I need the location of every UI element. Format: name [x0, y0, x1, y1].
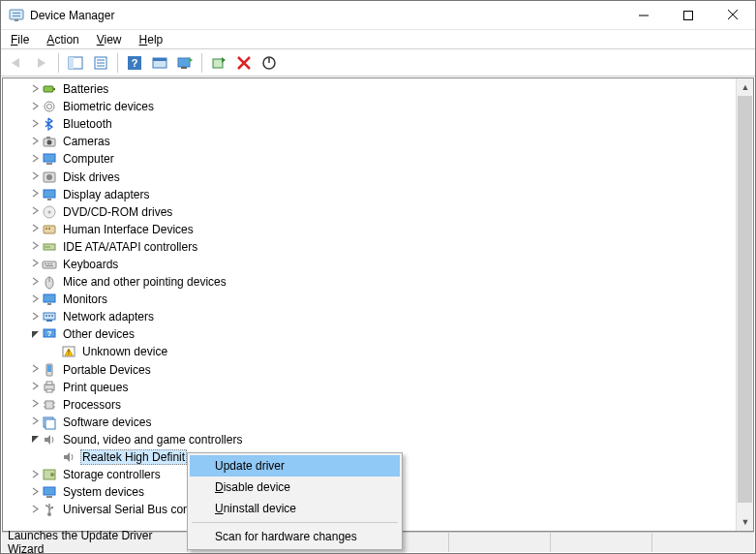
- chevron-right-icon[interactable]: [28, 312, 42, 323]
- chevron-right-icon[interactable]: [28, 119, 42, 130]
- svg-point-58: [48, 315, 50, 317]
- chevron-right-icon[interactable]: [28, 470, 42, 480]
- tree-category[interactable]: Processors: [3, 396, 736, 414]
- tree-category[interactable]: IDE ATA/ATAPI controllers: [3, 238, 736, 256]
- tree-device[interactable]: ›!Unknown device: [3, 343, 736, 360]
- close-button[interactable]: [711, 1, 755, 30]
- chevron-right-icon[interactable]: [28, 206, 42, 217]
- ctx-uninstall-device[interactable]: Uninstall device: [190, 498, 400, 519]
- show-hide-tree-button[interactable]: [64, 52, 87, 74]
- scrollbar-vertical[interactable]: ▲ ▼: [736, 78, 753, 531]
- disc-icon: [42, 204, 57, 220]
- tree-category[interactable]: Sound, video and game controllers: [3, 431, 736, 448]
- status-cell: [449, 533, 551, 552]
- chevron-right-icon[interactable]: [28, 224, 42, 234]
- tree-category[interactable]: Biometric devices: [3, 98, 736, 115]
- chevron-right-icon[interactable]: [28, 84, 42, 95]
- tree-category[interactable]: Software devices: [3, 414, 736, 431]
- scroll-thumb[interactable]: [738, 96, 752, 503]
- ctx-disable-device[interactable]: Disable device: [190, 477, 400, 498]
- maximize-button[interactable]: [666, 1, 711, 30]
- scroll-down-icon[interactable]: ▼: [737, 513, 754, 531]
- monitor-icon: [42, 292, 57, 307]
- tree-category[interactable]: Keyboards: [3, 256, 736, 273]
- chevron-right-icon[interactable]: [28, 259, 42, 269]
- chevron-down-icon[interactable]: [28, 329, 42, 340]
- disable-button[interactable]: [257, 52, 281, 74]
- chevron-right-icon[interactable]: [28, 294, 42, 305]
- properties-button[interactable]: [89, 52, 112, 74]
- tree-category[interactable]: Print queues: [3, 379, 736, 396]
- back-button[interactable]: [5, 52, 28, 74]
- svg-rect-69: [45, 401, 53, 409]
- menu-file[interactable]: File: [7, 32, 33, 47]
- menu-view[interactable]: View: [93, 32, 126, 47]
- update-driver-button[interactable]: [173, 52, 197, 74]
- svg-rect-50: [45, 265, 53, 266]
- help-button[interactable]: ?: [123, 52, 146, 74]
- menu-action[interactable]: Action: [43, 32, 82, 47]
- portable-icon: [42, 362, 57, 378]
- svg-rect-40: [45, 228, 47, 230]
- chevron-right-icon[interactable]: [28, 137, 42, 147]
- chevron-right-icon[interactable]: [28, 416, 42, 427]
- tree-category[interactable]: Portable Devices: [3, 361, 736, 379]
- toolbar-separator: [201, 53, 202, 73]
- tree-category[interactable]: ?Other devices: [3, 325, 736, 343]
- svg-rect-46: [43, 262, 56, 268]
- tree-category-label: Bluetooth: [61, 117, 114, 131]
- tree-category[interactable]: Mice and other pointing devices: [3, 273, 736, 291]
- scan-button[interactable]: [148, 52, 171, 74]
- svg-rect-9: [69, 57, 74, 69]
- svg-rect-19: [181, 67, 187, 69]
- svg-rect-53: [44, 294, 55, 302]
- tree-category[interactable]: Human Interface Devices: [3, 221, 736, 238]
- status-cell: [551, 533, 652, 552]
- chevron-right-icon[interactable]: [28, 189, 42, 200]
- svg-rect-30: [46, 137, 50, 138]
- tree-category-label: Keyboards: [61, 258, 120, 271]
- uninstall-button[interactable]: [232, 52, 256, 74]
- menu-help[interactable]: Help: [136, 32, 167, 47]
- tree-category[interactable]: Network adapters: [3, 308, 736, 325]
- tree-category[interactable]: Batteries: [3, 80, 736, 98]
- chevron-right-icon[interactable]: [28, 399, 42, 410]
- chevron-right-icon[interactable]: [28, 505, 42, 515]
- svg-rect-79: [46, 496, 52, 498]
- chevron-right-icon[interactable]: [28, 241, 42, 252]
- svg-rect-67: [46, 382, 52, 385]
- tree-category[interactable]: Monitors: [3, 291, 736, 308]
- chevron-right-icon[interactable]: [28, 487, 42, 498]
- chevron-right-icon[interactable]: [28, 154, 42, 165]
- chevron-right-icon[interactable]: [28, 382, 42, 392]
- menu-bar: File Action View Help: [1, 30, 755, 49]
- svg-point-77: [50, 473, 54, 477]
- scroll-up-icon[interactable]: ▲: [737, 78, 754, 96]
- tree-category-label: IDE ATA/ATAPI controllers: [61, 240, 199, 254]
- tree-category-label: Other devices: [61, 327, 136, 341]
- minimize-button[interactable]: [621, 1, 666, 30]
- svg-point-27: [47, 105, 52, 109]
- chevron-right-icon[interactable]: [28, 364, 42, 375]
- svg-point-80: [47, 512, 51, 516]
- tree-category[interactable]: Bluetooth: [3, 115, 736, 133]
- tree-category[interactable]: Disk drives: [3, 168, 736, 185]
- tree-category-label: Human Interface Devices: [61, 223, 196, 236]
- system-icon: [42, 484, 57, 500]
- ctx-scan-hardware[interactable]: Scan for hardware changes: [190, 526, 400, 547]
- chevron-right-icon[interactable]: [28, 171, 42, 182]
- svg-rect-48: [47, 263, 49, 264]
- tree-category[interactable]: Display adapters: [3, 186, 736, 203]
- enable-button[interactable]: [207, 52, 230, 74]
- tree-category[interactable]: Computer: [3, 150, 736, 168]
- tree-category-label: Biometric devices: [61, 100, 156, 113]
- svg-rect-68: [46, 389, 52, 392]
- tree-category[interactable]: DVD/CD-ROM drives: [3, 203, 736, 221]
- chevron-down-icon[interactable]: [28, 434, 42, 445]
- forward-button[interactable]: [30, 52, 53, 74]
- ctx-update-driver[interactable]: Update driver: [190, 455, 400, 477]
- tree-category[interactable]: Cameras: [3, 133, 736, 150]
- tree-category-label: System devices: [61, 485, 146, 499]
- chevron-right-icon[interactable]: [28, 102, 42, 112]
- chevron-right-icon[interactable]: [28, 277, 42, 288]
